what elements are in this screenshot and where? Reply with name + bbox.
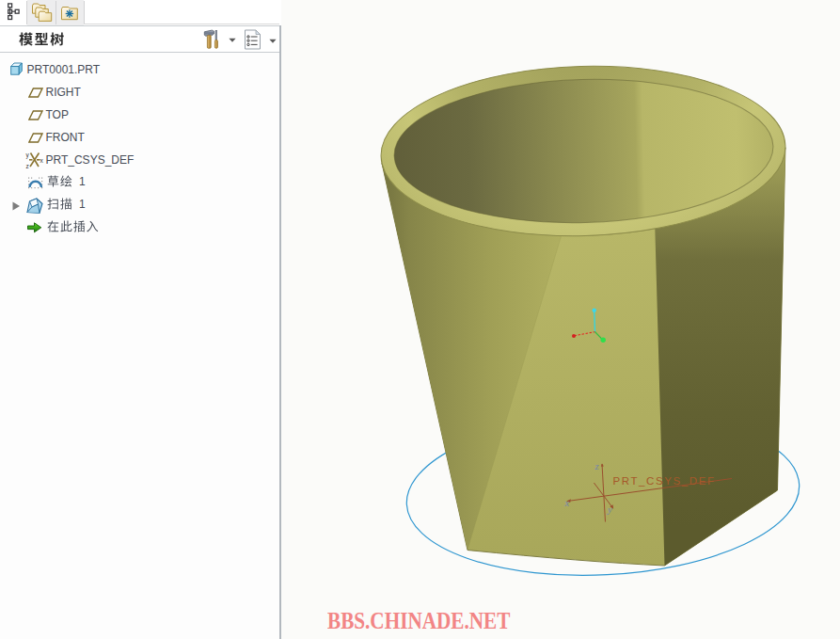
svg-text:z: z xyxy=(26,163,29,169)
svg-text:PRT_CSYS_DEF: PRT_CSYS_DEF xyxy=(613,475,716,487)
svg-text:y: y xyxy=(26,152,30,159)
svg-text:z: z xyxy=(594,460,600,471)
svg-text:x: x xyxy=(40,157,44,164)
svg-text:y: y xyxy=(607,503,612,515)
svg-text:x: x xyxy=(564,497,570,508)
